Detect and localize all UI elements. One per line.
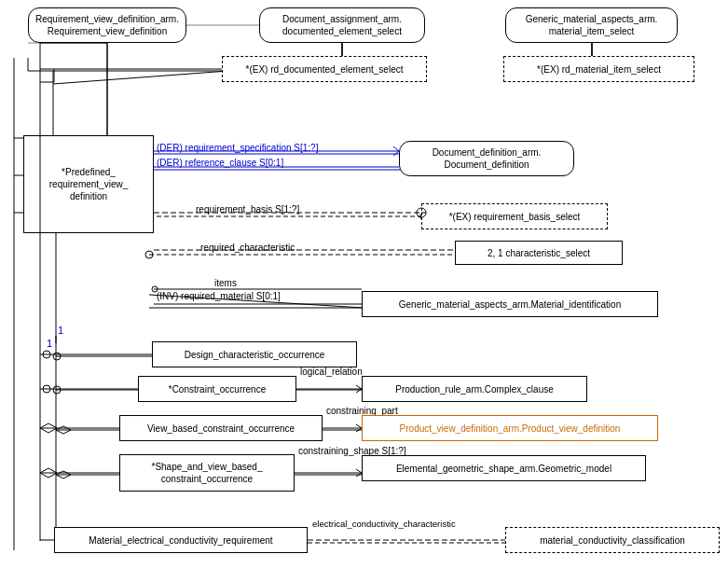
design-char-box: Design_characteristic_occurrence <box>152 341 357 367</box>
req-char-label: required_characteristic <box>200 242 295 253</box>
diagram-container: Requirement_view_definition_arm. Require… <box>0 0 728 582</box>
rd-material-label: *(EX) rd_material_item_select <box>537 63 661 76</box>
material-cond-box: material_conductivity_classification <box>505 527 720 553</box>
logical-relation-label: logical_relation <box>300 367 363 377</box>
rd-documented-label: *(EX) rd_documented_element_select <box>246 63 404 76</box>
predefined-box: *Predefined_ requirement_view_ definitio… <box>23 135 154 233</box>
number-1-label: 1 <box>58 325 63 336</box>
svg-line-30 <box>53 71 228 84</box>
characteristic-select-label: 2, 1 characteristic_select <box>488 247 590 259</box>
elemental-geom-box: Elemental_geometric_shape_arm.Geometric_… <box>362 455 646 481</box>
req-basis-label: requirement_basis S[1:?] <box>196 204 299 215</box>
svg-marker-58 <box>40 423 57 433</box>
design-char-label: Design_characteristic_occurrence <box>185 349 325 361</box>
material-elec-label: Material_electrical_conductivity_require… <box>89 534 272 547</box>
req-view-def-box: Requirement_view_definition_arm. Require… <box>28 7 186 43</box>
production-rule-box: Production_rule_arm.Complex_clause <box>362 376 587 402</box>
items-label: items <box>214 278 237 288</box>
elec-cond-label: electrical_conductivity_characteristic <box>312 519 456 529</box>
svg-marker-61 <box>40 468 57 478</box>
svg-marker-26 <box>56 471 71 478</box>
inv-required-label: (INV) required_material S[0:1] <box>157 291 281 301</box>
doc-definition-label: Document_definition_arm. Document_defini… <box>433 146 542 171</box>
req-view-def-label: Requirement_view_definition_arm. Require… <box>35 13 179 37</box>
production-rule-label: Production_rule_arm.Complex_clause <box>395 383 554 395</box>
shape-view-based-box: *Shape_and_view_based_ constraint_occurr… <box>119 454 295 492</box>
generic-material-box: Generic_material_aspects_arm. material_i… <box>505 7 678 43</box>
generic-material-label: Generic_material_aspects_arm. material_i… <box>526 13 658 37</box>
view-based-box: View_based_constraint_occurrence <box>119 415 323 441</box>
product-view-def-label: Product_view_definition_arm.Product_view… <box>400 423 621 435</box>
doc-assign-label: Document_assignment_arm. documented_elem… <box>282 13 402 37</box>
rd-documented-box: *(EX) rd_documented_element_select <box>222 56 427 82</box>
svg-point-39 <box>145 251 153 258</box>
product-view-def-box: Product_view_definition_arm.Product_view… <box>362 415 658 441</box>
constraint-occ-label: *Constraint_occurrence <box>169 383 267 395</box>
svg-point-55 <box>43 385 50 393</box>
view-based-label: View_based_constraint_occurrence <box>147 423 295 435</box>
predefined-label: *Predefined_ requirement_view_ definitio… <box>49 166 129 202</box>
doc-assign-box: Document_assignment_arm. documented_elem… <box>259 7 425 43</box>
constraint-occ-box: *Constraint_occurrence <box>138 376 296 402</box>
material-identification-box: Generic_material_aspects_arm.Material_id… <box>362 291 658 317</box>
svg-point-18 <box>53 353 61 360</box>
svg-text:1: 1 <box>47 338 52 349</box>
material-elec-box: Material_electrical_conductivity_require… <box>54 527 308 553</box>
elemental-geom-label: Elemental_geometric_shape_arm.Geometric_… <box>396 463 611 475</box>
svg-point-20 <box>53 386 61 394</box>
req-basis-select-label: *(EX) requirement_basis_select <box>449 211 581 223</box>
der-req-spec-label: (DER) requirement_specification S[1:?] <box>157 143 318 153</box>
rd-material-box: *(EX) rd_material_item_select <box>503 56 694 82</box>
doc-definition-box: Document_definition_arm. Document_defini… <box>399 141 574 176</box>
der-ref-clause-label: (DER) reference_clause S[0:1] <box>157 158 283 168</box>
req-basis-select-box: *(EX) requirement_basis_select <box>421 203 608 229</box>
material-cond-label: material_conductivity_classification <box>540 534 685 547</box>
shape-view-based-label: *Shape_and_view_based_ constraint_occurr… <box>152 461 263 485</box>
characteristic-select-box: 2, 1 characteristic_select <box>455 241 623 265</box>
svg-marker-23 <box>56 426 71 434</box>
material-identification-label: Generic_material_aspects_arm.Material_id… <box>399 298 621 311</box>
svg-point-53 <box>43 351 50 358</box>
